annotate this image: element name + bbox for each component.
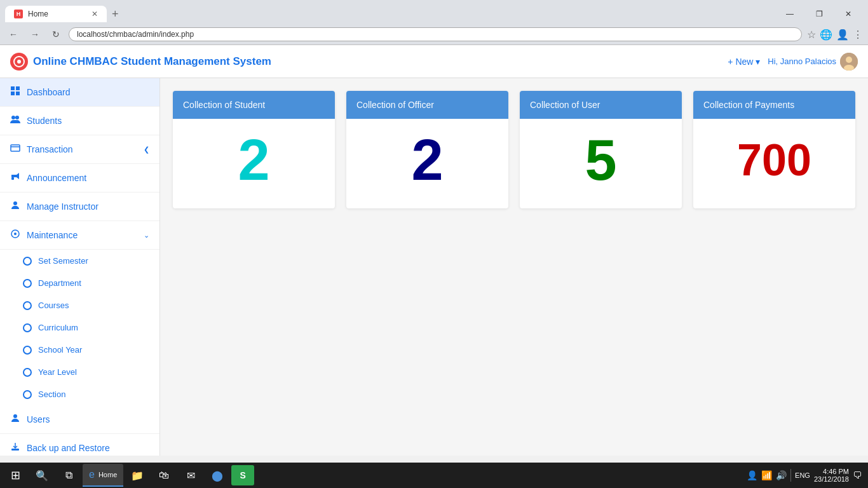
school-year-dot (23, 346, 32, 355)
students-icon (10, 114, 20, 127)
sidebar-item-dashboard[interactable]: Dashboard (0, 78, 159, 107)
tab-favicon: H (14, 10, 23, 18)
maintenance-icon (10, 229, 20, 241)
maintenance-arrow: ⌄ (144, 231, 149, 240)
announcement-icon (10, 172, 20, 184)
dashboard-label: Dashboard (27, 87, 149, 97)
tab-close-btn[interactable]: ✕ (92, 10, 98, 18)
card-students-body: 2 (173, 119, 335, 201)
sidebar-item-transaction[interactable]: Transaction ❮ (0, 135, 159, 164)
svg-point-17 (13, 414, 17, 418)
menu-icon[interactable]: ⋮ (853, 29, 863, 41)
transaction-icon (10, 143, 20, 156)
card-payments-value: 700 (737, 138, 811, 182)
students-label: Students (27, 116, 149, 126)
curriculum-dot (23, 323, 32, 332)
active-tab[interactable]: H Home ✕ (5, 6, 107, 22)
brand: Online CHMBAC Student Management System (10, 53, 271, 71)
courses-label: Courses (38, 301, 69, 310)
star-icon[interactable]: ☆ (807, 29, 816, 41)
sidebar-item-manage-instructor[interactable]: Manage Instructor (0, 193, 159, 221)
sidebar-item-announcement[interactable]: Announcement (0, 164, 159, 193)
user-avatar[interactable] (840, 53, 858, 71)
sidebar-sub-item-section[interactable]: Section (0, 383, 159, 405)
svg-rect-8 (16, 92, 20, 95)
app-wrapper: Online CHMBAC Student Management System … (0, 45, 868, 456)
svg-rect-5 (11, 86, 15, 90)
maintenance-label: Maintenance (27, 230, 137, 240)
card-payments-header: Collection of Payments (693, 91, 855, 119)
manage-instructor-label: Manage Instructor (27, 201, 149, 212)
main-layout: Dashboard Students Transaction ❮ Ann (0, 78, 868, 456)
sidebar-sub-item-set-semester[interactable]: Set Semester (0, 250, 159, 272)
card-students-header: Collection of Student (173, 91, 335, 119)
hi-user: Hi, Janno Palacios (768, 53, 858, 71)
dashboard-icon (10, 86, 20, 98)
tab-bar: H Home ✕ + — ❐ ✕ (0, 0, 868, 24)
minimize-btn[interactable]: — (775, 4, 804, 24)
sidebar-item-users[interactable]: Users (0, 405, 159, 434)
users-label: Users (27, 414, 149, 424)
card-user-value: 5 (585, 132, 616, 189)
card-user-body: 5 (520, 119, 682, 201)
section-label: Section (38, 390, 65, 399)
sidebar-sub-item-year-level[interactable]: Year Level (0, 361, 159, 383)
card-officer-body: 2 (346, 119, 508, 201)
reload-btn[interactable]: ↻ (48, 27, 64, 42)
back-btn[interactable]: ← (5, 27, 22, 42)
restore-btn[interactable]: ❐ (804, 4, 834, 24)
card-payments-body: 700 (693, 119, 855, 201)
department-dot (23, 279, 32, 288)
card-payments[interactable]: Collection of Payments 700 (693, 91, 855, 208)
close-btn[interactable]: ✕ (834, 4, 863, 24)
brand-title: Online CHMBAC Student Management System (33, 55, 271, 68)
svg-rect-13 (11, 177, 14, 180)
avatar-img (840, 53, 858, 71)
brand-logo-icon (13, 56, 25, 67)
globe-icon: 🌐 (820, 29, 832, 41)
browser-chrome: H Home ✕ + — ❐ ✕ ← → ↻ ☆ 🌐 👤 ⋮ (0, 0, 868, 45)
new-btn[interactable]: + New ▾ (728, 57, 760, 67)
backup-icon (10, 442, 20, 454)
sidebar-item-students[interactable]: Students (0, 107, 159, 135)
svg-rect-18 (11, 449, 19, 451)
sidebar-sub-item-curriculum[interactable]: Curriculum (0, 316, 159, 339)
curriculum-label: Curriculum (38, 323, 78, 332)
address-bar-icons: ☆ 🌐 👤 ⋮ (807, 29, 863, 41)
sidebar-sub-item-school-year[interactable]: School Year (0, 339, 159, 361)
card-user-header: Collection of User (520, 91, 682, 119)
svg-rect-11 (11, 145, 20, 151)
set-semester-label: Set Semester (38, 256, 88, 266)
main-content: Collection of Student 2 Collection of Of… (160, 78, 868, 456)
card-students[interactable]: Collection of Student 2 (173, 91, 335, 208)
tab-title: Home (28, 10, 48, 18)
instructor-icon (10, 200, 20, 213)
cards-row: Collection of Student 2 Collection of Of… (173, 91, 855, 208)
profile-icon[interactable]: 👤 (836, 29, 849, 41)
navbar-right: + New ▾ Hi, Janno Palacios (728, 53, 858, 71)
url-input[interactable] (69, 27, 802, 41)
transaction-arrow: ❮ (144, 146, 149, 154)
svg-point-10 (15, 116, 19, 119)
sidebar-item-maintenance[interactable]: Maintenance ⌄ (0, 221, 159, 250)
courses-dot (23, 301, 32, 310)
svg-point-14 (13, 201, 17, 205)
announcement-label: Announcement (27, 173, 149, 183)
card-user[interactable]: Collection of User 5 (520, 91, 682, 208)
sidebar-sub-item-courses[interactable]: Courses (0, 294, 159, 316)
sidebar-sub-item-department[interactable]: Department (0, 272, 159, 294)
forward-btn[interactable]: → (27, 27, 43, 42)
section-dot (23, 390, 32, 399)
backup-label: Back up and Restore (27, 443, 149, 453)
sidebar-item-backup[interactable]: Back up and Restore (0, 434, 159, 456)
card-officer[interactable]: Collection of Officer 2 (346, 91, 508, 208)
sidebar: Dashboard Students Transaction ❮ Ann (0, 78, 160, 456)
brand-logo (10, 53, 28, 71)
svg-point-9 (11, 116, 15, 119)
card-officer-header: Collection of Officer (346, 91, 508, 119)
transaction-label: Transaction (27, 144, 137, 154)
department-label: Department (38, 278, 81, 288)
new-tab-btn[interactable]: + (107, 8, 124, 21)
svg-point-1 (17, 60, 21, 64)
hi-user-text: Hi, Janno Palacios (768, 57, 836, 66)
